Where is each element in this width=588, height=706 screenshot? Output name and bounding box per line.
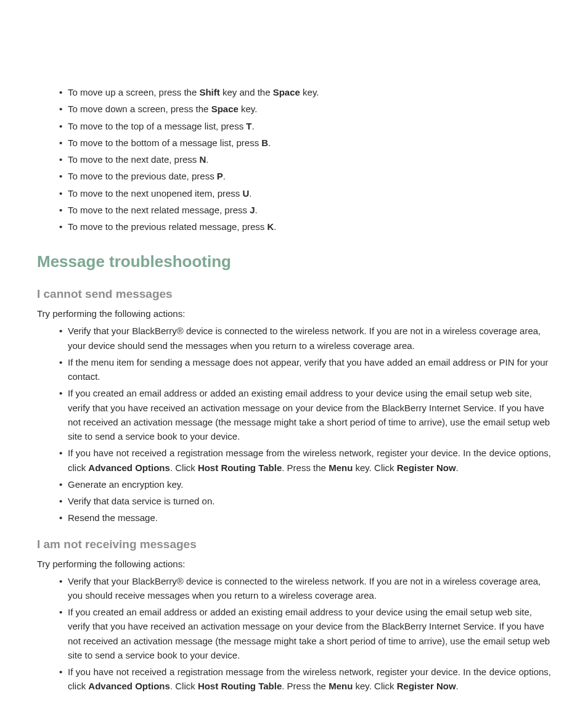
document-page: To move up a screen, press the Shift key…: [0, 0, 588, 706]
body-text: Resend the message.: [68, 512, 158, 523]
shortcut-text: key and the: [220, 87, 273, 97]
body-text: key. Click: [353, 462, 396, 473]
list-item: Generate an encryption key.: [68, 477, 551, 491]
shortcut-item: To move to the next related message, pre…: [68, 203, 551, 217]
shortcut-text: To move to the previous date, press: [68, 171, 217, 181]
shortcut-key: U: [243, 188, 250, 199]
shortcut-text: To move down a screen, press the: [68, 104, 211, 114]
shortcut-text: To move to the next unopened item, press: [68, 188, 243, 199]
shortcut-item: To move to the bottom of a message list,…: [68, 136, 551, 150]
shortcut-key: Space: [273, 87, 300, 97]
list-item: If you have not received a registration …: [68, 665, 551, 694]
body-text: If the menu item for sending a message d…: [68, 357, 549, 382]
not-receiving-list: Verify that your BlackBerry® device is c…: [37, 574, 551, 694]
shortcut-key: N: [199, 154, 206, 165]
shortcut-text: .: [268, 138, 271, 148]
shortcut-item: To move to the previous date, press P.: [68, 169, 551, 183]
bold-label: Host Routing Table: [198, 462, 282, 473]
shortcut-text: To move to the bottom of a message list,…: [68, 138, 261, 148]
shortcut-item: To move to the next date, press N.: [68, 152, 551, 166]
body-text: Verify that data service is turned on.: [68, 496, 214, 506]
list-item: Verify that your BlackBerry® device is c…: [68, 574, 551, 603]
cannot-send-list: Verify that your BlackBerry® device is c…: [37, 324, 551, 525]
shortcut-text: .: [206, 154, 208, 165]
shortcut-text: To move to the top of a message list, pr…: [68, 121, 246, 131]
body-text: .: [456, 462, 459, 473]
bold-label: Register Now: [397, 681, 456, 691]
bold-label: Menu: [329, 462, 353, 473]
body-text: .: [456, 681, 459, 691]
list-item: If you created an email address or added…: [68, 605, 551, 662]
shortcut-text: .: [255, 205, 258, 215]
subsection-heading-not-receiving: I am not receiving messages: [37, 538, 551, 551]
shortcut-item: To move to the top of a message list, pr…: [68, 119, 551, 133]
body-text: Generate an encryption key.: [68, 479, 183, 490]
body-text: key. Click: [353, 681, 396, 691]
shortcut-item: To move up a screen, press the Shift key…: [68, 85, 551, 99]
intro-text: Try performing the following actions:: [37, 559, 551, 569]
list-item: Resend the message.: [68, 511, 551, 525]
body-text: Verify that your BlackBerry® device is c…: [68, 326, 541, 350]
shortcut-key: J: [250, 205, 255, 215]
body-text: Verify that your BlackBerry® device is c…: [68, 576, 541, 601]
bold-label: Register Now: [397, 462, 456, 473]
body-text: If you created an email address or added…: [68, 388, 550, 441]
shortcut-item: To move to the next unopened item, press…: [68, 186, 551, 200]
body-text: If you created an email address or added…: [68, 607, 550, 660]
shortcut-text: To move to the previous related message,…: [68, 221, 267, 232]
shortcut-key: P: [217, 171, 223, 181]
list-item: Verify that your BlackBerry® device is c…: [68, 324, 551, 353]
body-text: . Press the: [282, 681, 329, 691]
shortcut-text: .: [223, 171, 226, 181]
shortcut-item: To move to the previous related message,…: [68, 220, 551, 234]
bold-label: Advanced Options: [88, 462, 170, 473]
bold-label: Advanced Options: [88, 681, 170, 691]
shortcut-list: To move up a screen, press the Shift key…: [37, 85, 551, 234]
shortcut-text: .: [251, 121, 254, 131]
shortcut-text: key.: [239, 104, 258, 114]
section-heading: Message troubleshooting: [37, 252, 551, 271]
body-text: . Click: [170, 681, 198, 691]
subsection-heading-cannot-send: I cannot send messages: [37, 287, 551, 301]
list-item: If you have not received a registration …: [68, 446, 551, 475]
shortcut-text: .: [274, 221, 276, 232]
shortcut-key: B: [261, 138, 268, 148]
shortcut-item: To move down a screen, press the Space k…: [68, 102, 551, 116]
body-text: . Click: [170, 462, 198, 473]
shortcut-key: K: [267, 221, 274, 232]
list-item: If the menu item for sending a message d…: [68, 355, 551, 384]
shortcut-text: key.: [300, 87, 319, 97]
intro-text: Try performing the following actions:: [37, 308, 551, 319]
shortcut-text: To move to the next related message, pre…: [68, 205, 250, 215]
list-item: Verify that data service is turned on.: [68, 494, 551, 508]
shortcut-text: To move to the next date, press: [68, 154, 199, 165]
bold-label: Host Routing Table: [198, 681, 282, 691]
body-text: . Press the: [282, 462, 329, 473]
shortcut-key: Space: [211, 104, 239, 114]
page-number: 63: [542, 704, 551, 707]
shortcut-text: .: [249, 188, 251, 199]
shortcut-text: To move up a screen, press the: [68, 87, 199, 97]
shortcut-key: Shift: [199, 87, 219, 97]
list-item: If you created an email address or added…: [68, 386, 551, 443]
bold-label: Menu: [329, 681, 353, 691]
